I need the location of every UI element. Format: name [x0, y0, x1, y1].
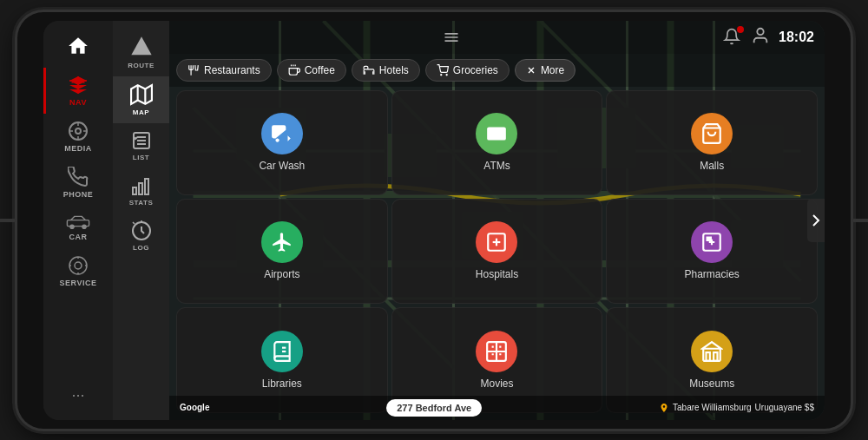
poi-atms[interactable]: $ ATMs [391, 90, 603, 195]
airport-icon [271, 231, 293, 253]
svg-point-5 [82, 225, 86, 228]
menu-icon[interactable] [443, 29, 460, 46]
poi-movies-label: Movies [480, 378, 513, 390]
poi-airports-label: Airports [264, 268, 299, 280]
filter-hotels[interactable]: Hotels [352, 59, 420, 82]
sidebar-label-service: SERVICE [60, 279, 97, 287]
svg-rect-18 [145, 179, 148, 194]
google-logo: Google [180, 403, 209, 412]
sidebar-label-car: CAR [69, 233, 88, 241]
svg-point-2 [76, 128, 81, 134]
clock-display: 18:02 [779, 30, 814, 45]
svg-rect-16 [133, 187, 136, 194]
museum-icon-circle [691, 331, 733, 372]
sidebar-label-nav: NAV [69, 98, 87, 107]
address-chip[interactable]: 277 Bedford Ave [386, 399, 482, 417]
poi-hospitals-label: Hospitals [476, 268, 518, 280]
filter-restaurants-label: Restaurants [204, 64, 260, 76]
svg-rect-17 [139, 183, 142, 194]
sidebar-item-car[interactable]: CAR [43, 206, 113, 248]
scroll-right-arrow[interactable] [807, 199, 825, 242]
main-content: 18:02 Restaurants [169, 21, 825, 420]
notification-wrapper[interactable] [723, 28, 742, 47]
location-info: Tabare Williamsburg Uruguayane $$ [659, 403, 814, 413]
atm-icon: $ [485, 122, 508, 145]
coffee-icon [288, 64, 300, 76]
svg-marker-9 [131, 85, 152, 104]
sidebar-label-media: MEDIA [64, 144, 92, 153]
fork-icon [187, 64, 200, 76]
poi-carwash-label: Car Wash [259, 160, 305, 172]
x-icon [526, 65, 536, 76]
avatar-wrapper[interactable] [751, 26, 770, 49]
sidebar2-item-log[interactable]: LOG [113, 213, 169, 259]
mall-icon-circle [691, 113, 733, 154]
notification-badge [737, 26, 744, 33]
filter-bar: Restaurants Coffee [169, 54, 825, 87]
location-pin-icon [659, 403, 669, 413]
chevron-right-icon [812, 213, 820, 227]
pharmacy-icon-circle [691, 221, 733, 263]
sidebar2-item-list[interactable]: LIST [113, 123, 169, 168]
sidebar2-item-map[interactable]: MAP [113, 76, 169, 123]
svg-point-6 [69, 257, 87, 274]
top-bar-right: 18:02 [723, 26, 814, 49]
filter-restaurants[interactable]: Restaurants [176, 59, 272, 82]
sidebar2-label-route: ROUTE [128, 62, 155, 69]
device-frame: NAV MEDIA PHONE [17, 12, 851, 429]
poi-museums-label: Museums [689, 378, 734, 390]
poi-pharmacies-label: Pharmacies [684, 268, 739, 280]
poi-pharmacies[interactable]: Pharmacies [606, 199, 818, 304]
svg-point-4 [70, 225, 74, 228]
svg-text:$: $ [490, 135, 493, 140]
secondary-sidebar: ROUTE MAP LIST [113, 21, 169, 420]
filter-coffee[interactable]: Coffee [277, 59, 346, 82]
filter-hotels-label: Hotels [379, 64, 409, 76]
filter-more-label: More [541, 64, 564, 76]
top-bar-center [443, 29, 460, 46]
library-icon-circle [261, 331, 303, 372]
svg-point-44 [757, 28, 763, 34]
atm-icon-circle: $ [476, 113, 517, 154]
poi-grid: Car Wash $ ATMs [169, 87, 825, 420]
museum-icon [700, 340, 723, 363]
poi-carwash[interactable]: Car Wash [176, 90, 388, 195]
sidebar-item-phone[interactable]: PHONE [43, 160, 113, 206]
poi-hospitals[interactable]: Hospitals [391, 199, 603, 304]
sidebar2-item-route[interactable]: ROUTE [113, 28, 169, 76]
poi-libraries-label: Libraries [262, 378, 302, 390]
sidebar-label-phone: PHONE [63, 190, 94, 199]
hospital-icon [485, 231, 508, 253]
movie-icon [485, 340, 508, 363]
pharmacy-icon [700, 231, 723, 253]
poi-airports[interactable]: Airports [176, 199, 388, 304]
top-bar: 18:02 [169, 21, 825, 54]
svg-point-48 [441, 74, 442, 75]
airport-icon-circle [261, 221, 303, 263]
hotel-icon [363, 64, 375, 76]
svg-rect-65 [713, 352, 717, 361]
sidebar2-label-map: MAP [133, 108, 149, 116]
sidebar2-item-stats[interactable]: STATS [113, 168, 169, 213]
location-name: Tabare Williamsburg [673, 403, 752, 412]
filter-groceries[interactable]: Groceries [425, 59, 510, 82]
left-sidebar: NAV MEDIA PHONE [43, 21, 113, 420]
bottom-bar: Google 277 Bedford Ave Tabare Williamsbu… [169, 396, 825, 420]
location-sub: Uruguayane $$ [755, 403, 814, 412]
carwash-icon-circle [261, 113, 303, 154]
sidebar-item-home[interactable] [43, 28, 113, 64]
screen: NAV MEDIA PHONE [43, 21, 825, 420]
mall-icon [700, 122, 723, 145]
filter-groceries-label: Groceries [453, 64, 498, 76]
poi-malls[interactable]: Malls [606, 90, 818, 195]
movie-icon-circle [476, 331, 517, 372]
svg-rect-64 [707, 352, 710, 361]
filter-more[interactable]: More [515, 59, 575, 82]
filter-coffee-label: Coffee [305, 64, 335, 76]
svg-point-7 [75, 262, 82, 269]
sidebar2-label-log: LOG [133, 244, 149, 252]
sidebar-item-nav[interactable]: NAV [43, 68, 113, 114]
sidebar-item-service[interactable]: SERVICE [43, 248, 113, 294]
sidebar-item-media[interactable]: MEDIA [43, 114, 113, 160]
svg-marker-8 [131, 36, 151, 55]
